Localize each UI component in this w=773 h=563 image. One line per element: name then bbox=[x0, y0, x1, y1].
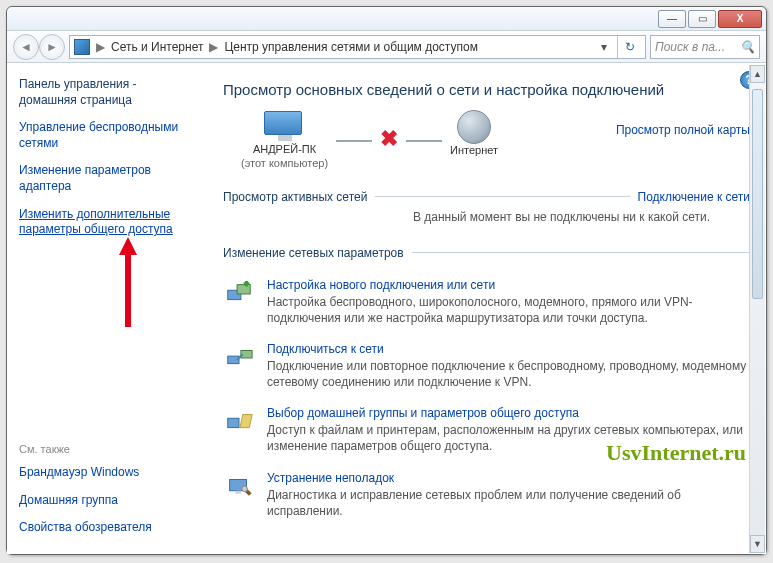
sidebar-firewall-link[interactable]: Брандмауэр Windows bbox=[19, 465, 195, 481]
network-center-icon bbox=[74, 39, 90, 55]
vertical-scrollbar[interactable]: ▲ ▼ bbox=[749, 65, 765, 553]
scroll-up-button[interactable]: ▲ bbox=[750, 65, 765, 83]
connect-to-network-link[interactable]: Подключение к сети bbox=[638, 190, 750, 204]
map-disconnected-icon: ✖ bbox=[380, 126, 398, 152]
item-new-connection[interactable]: Настройка нового подключения или сети На… bbox=[223, 268, 750, 332]
breadcrumb-sep-icon: ▶ bbox=[96, 40, 105, 54]
refresh-button[interactable]: ↻ bbox=[617, 36, 641, 58]
no-networks-text: В данный момент вы не подключены ни к ка… bbox=[223, 210, 750, 224]
new-connection-icon bbox=[223, 278, 255, 310]
map-link-line bbox=[336, 140, 372, 142]
change-settings-header: Изменение сетевых параметров bbox=[223, 246, 750, 260]
sidebar-internet-options-link[interactable]: Свойства обозревателя bbox=[19, 520, 195, 536]
main-panel: ? Просмотр основных сведений о сети и на… bbox=[207, 63, 766, 554]
breadcrumb-sep-icon: ▶ bbox=[209, 40, 218, 54]
item-connect-network[interactable]: Подключиться к сети Подключение или повт… bbox=[223, 332, 750, 396]
network-map: АНДРЕЙ-ПК (этот компьютер) ✖ Интернет bbox=[241, 110, 750, 172]
node-internet[interactable]: Интернет bbox=[450, 110, 498, 172]
sidebar-see-also-header: См. также bbox=[19, 443, 195, 455]
breadcrumb-seg-network[interactable]: Сеть и Интернет bbox=[111, 40, 203, 54]
svg-rect-6 bbox=[235, 490, 241, 493]
sidebar-adapter-link[interactable]: Изменение параметров адаптера bbox=[19, 163, 195, 194]
window-titlebar: — ▭ X bbox=[7, 7, 766, 31]
active-networks-header: Просмотр активных сетей Подключение к се… bbox=[223, 190, 750, 204]
globe-icon bbox=[457, 110, 491, 144]
search-placeholder: Поиск в па... bbox=[655, 40, 725, 54]
sidebar: Панель управления - домашняя страница Уп… bbox=[7, 63, 207, 554]
map-link-line bbox=[406, 140, 442, 142]
svg-rect-1 bbox=[237, 284, 250, 293]
computer-icon bbox=[264, 111, 306, 143]
nav-back-button[interactable]: ◄ bbox=[13, 34, 39, 60]
node-internet-label: Интернет bbox=[450, 144, 498, 158]
search-input[interactable]: Поиск в па... 🔍 bbox=[650, 35, 760, 59]
item-title: Настройка нового подключения или сети bbox=[267, 278, 750, 292]
sidebar-wireless-link[interactable]: Управление беспроводными сетями bbox=[19, 120, 195, 151]
svg-point-7 bbox=[242, 486, 248, 492]
watermark-text: UsvInternet.ru bbox=[606, 440, 746, 466]
nav-toolbar: ◄ ► ▶ Сеть и Интернет ▶ Центр управления… bbox=[7, 31, 766, 63]
address-bar[interactable]: ▶ Сеть и Интернет ▶ Центр управления сет… bbox=[69, 35, 646, 59]
minimize-button[interactable]: — bbox=[658, 10, 686, 28]
address-dropdown-icon[interactable]: ▾ bbox=[597, 40, 611, 54]
node-pc-label: АНДРЕЙ-ПК bbox=[253, 143, 316, 157]
settings-items: Настройка нового подключения или сети На… bbox=[223, 268, 750, 526]
nav-arrows: ◄ ► bbox=[13, 34, 65, 60]
page-title: Просмотр основных сведений о сети и наст… bbox=[223, 81, 750, 98]
search-icon: 🔍 bbox=[740, 40, 755, 54]
sidebar-homegroup-link[interactable]: Домашняя группа bbox=[19, 493, 195, 509]
close-button[interactable]: X bbox=[718, 10, 762, 28]
breadcrumb-seg-sharing-center[interactable]: Центр управления сетями и общим доступом bbox=[224, 40, 478, 54]
connect-network-icon bbox=[223, 342, 255, 374]
node-pc-sublabel: (этот компьютер) bbox=[241, 157, 328, 171]
scroll-down-button[interactable]: ▼ bbox=[750, 535, 765, 553]
scroll-thumb[interactable] bbox=[752, 89, 763, 299]
control-panel-window: — ▭ X ◄ ► ▶ Сеть и Интернет ▶ Центр упра… bbox=[6, 6, 767, 555]
maximize-button[interactable]: ▭ bbox=[688, 10, 716, 28]
item-desc: Подключение или повторное подключение к … bbox=[267, 358, 750, 390]
content-area: Панель управления - домашняя страница Уп… bbox=[7, 63, 766, 554]
item-title: Устранение неполадок bbox=[267, 471, 750, 485]
item-troubleshoot[interactable]: Устранение неполадок Диагностика и испра… bbox=[223, 461, 750, 525]
item-desc: Настройка беспроводного, широкополосного… bbox=[267, 294, 750, 326]
item-title: Подключиться к сети bbox=[267, 342, 750, 356]
node-this-pc[interactable]: АНДРЕЙ-ПК (этот компьютер) bbox=[241, 111, 328, 171]
nav-forward-button[interactable]: ► bbox=[39, 34, 65, 60]
sidebar-advanced-sharing-link[interactable]: Изменить дополнительные параметры общего… bbox=[19, 207, 195, 238]
item-title: Выбор домашней группы и параметров общег… bbox=[267, 406, 750, 420]
homegroup-icon bbox=[223, 406, 255, 438]
troubleshoot-icon bbox=[223, 471, 255, 503]
sidebar-home-link[interactable]: Панель управления - домашняя страница bbox=[19, 77, 195, 108]
svg-rect-4 bbox=[228, 419, 239, 428]
item-desc: Диагностика и исправление сетевых пробле… bbox=[267, 487, 750, 519]
